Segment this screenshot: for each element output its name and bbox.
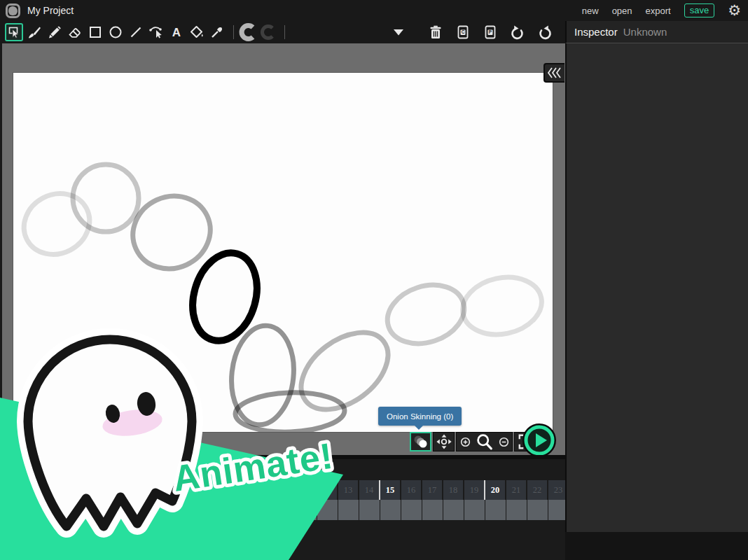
pan-icon [436, 433, 452, 450]
zoom-out-button[interactable] [495, 432, 513, 451]
timeline-frame-number[interactable]: 23 [548, 480, 565, 500]
timeline-frame-cell[interactable] [422, 500, 443, 520]
text-tool-button[interactable]: A [167, 23, 186, 41]
play-icon [522, 423, 557, 458]
timeline-frame-cell[interactable] [254, 500, 275, 520]
timeline-frame-number[interactable]: 13 [338, 480, 358, 500]
timeline-frame-number[interactable]: 21 [506, 480, 526, 500]
timeline-frame-number[interactable]: 6 [191, 480, 211, 500]
app-logo-icon [6, 4, 20, 18]
fill-color-icon [239, 22, 257, 42]
stroke-color-icon [260, 22, 277, 42]
onion-skinning-icon [413, 434, 429, 449]
redo-icon [537, 24, 553, 40]
toolbar-separator [284, 25, 285, 39]
settings-gear-icon[interactable]: ⚙ [728, 4, 741, 18]
timeline-frame-cell[interactable] [443, 500, 464, 520]
eraser-tool-button[interactable] [66, 23, 84, 41]
timeline-frame-number[interactable]: 14 [359, 480, 379, 500]
timeline-frame-cell[interactable] [485, 500, 506, 520]
timeline-frame-number[interactable]: 10 [275, 480, 295, 500]
timeline-frame-cell[interactable] [128, 500, 148, 520]
timeline-frame-number[interactable]: 8 [233, 480, 253, 500]
timeline-frame-cell[interactable] [527, 500, 548, 520]
undo-button[interactable] [508, 23, 527, 41]
timeline-frame-number[interactable]: 17 [422, 480, 442, 500]
onion-skin-drawing [13, 73, 553, 432]
ellipse-tool-button[interactable] [106, 23, 125, 41]
timeline-frame-number[interactable]: 12 [317, 480, 337, 500]
fill-bucket-tool-button[interactable] [188, 23, 206, 41]
text-icon: A [169, 25, 183, 39]
inspector-header: Inspector Unknown [565, 21, 748, 43]
rectangle-tool-button[interactable] [86, 23, 104, 41]
timeline-frame-cell[interactable] [233, 500, 254, 520]
timeline-frame-cell[interactable] [317, 500, 338, 520]
timeline-frame-cell[interactable] [149, 500, 169, 520]
timeline-frame-cell[interactable] [506, 500, 527, 520]
undo-icon [510, 24, 525, 40]
timeline-frame-cell[interactable] [107, 500, 127, 520]
timeline-frame-number[interactable]: 20 [485, 480, 505, 500]
path-cursor-tool-button[interactable] [147, 23, 165, 41]
timeline-frame-cell[interactable] [170, 500, 191, 520]
tooltip-text: Onion Skinning (0) [387, 412, 453, 421]
cursor-tool-button[interactable] [5, 23, 23, 41]
timeline-frame-number[interactable]: 11 [296, 480, 316, 500]
collapse-inspector-button[interactable] [543, 63, 565, 83]
timeline-frame-number[interactable]: 18 [443, 480, 463, 500]
timeline-frame-cell[interactable] [275, 500, 296, 520]
play-button[interactable] [522, 423, 557, 458]
zoom-in-button[interactable] [456, 432, 473, 451]
save-button[interactable]: save [684, 4, 714, 18]
timeline-frame-number[interactable]: 9 [254, 480, 274, 500]
timeline-frame-number[interactable]: 2 [107, 480, 127, 500]
timeline[interactable]: 1234567891011121314151617181920212223 [0, 455, 565, 560]
timeline-frame-number[interactable]: 15 [380, 480, 400, 500]
export-button[interactable]: export [646, 6, 671, 16]
magnifier-icon [476, 433, 493, 451]
line-tool-button[interactable] [127, 23, 145, 41]
timeline-frame-cell[interactable] [359, 500, 380, 520]
stroke-color-preview-button[interactable] [259, 23, 277, 41]
line-icon [129, 25, 143, 39]
delete-button[interactable] [427, 23, 445, 41]
eyedropper-tool-button[interactable] [208, 23, 226, 41]
new-button[interactable]: new [582, 6, 599, 16]
timeline-frame-number[interactable]: 22 [527, 480, 547, 500]
inspector-title: Inspector [574, 26, 618, 38]
open-button[interactable]: open [612, 6, 632, 16]
timeline-frame-number[interactable]: 1 [86, 480, 106, 500]
timeline-frame-number[interactable]: 3 [128, 480, 148, 500]
timeline-frame-number[interactable]: 16 [401, 480, 421, 500]
more-tools-dropdown[interactable] [389, 23, 408, 41]
zoom-tool-button[interactable] [473, 432, 495, 451]
timeline-frame-cell[interactable] [191, 500, 212, 520]
paste-icon: P [483, 24, 497, 40]
timeline-frame-cell[interactable] [548, 500, 565, 520]
timeline-frame-cell[interactable] [212, 500, 233, 520]
fill-color-preview-button[interactable] [239, 23, 257, 41]
timeline-frame-number[interactable]: 5 [170, 480, 190, 500]
drawing-canvas[interactable] [13, 73, 553, 432]
timeline-frame-cell[interactable] [338, 500, 359, 520]
timeline-frame-cell[interactable] [464, 500, 485, 520]
pan-tool-button[interactable] [433, 432, 455, 451]
timeline-frame-cell[interactable] [86, 500, 106, 520]
paste-button[interactable]: P [481, 23, 499, 41]
timeline-frame-cell[interactable] [296, 500, 317, 520]
brush-tool-button[interactable] [25, 23, 43, 41]
eraser-icon [67, 24, 83, 40]
pencil-tool-button[interactable] [46, 23, 64, 41]
redo-button[interactable] [536, 23, 554, 41]
top-bar: My Project new open export save ⚙ [0, 0, 748, 21]
timeline-frame-cell[interactable] [401, 500, 422, 520]
zoom-in-icon [460, 437, 471, 447]
timeline-frame-number[interactable]: 4 [149, 480, 169, 500]
timeline-frame-number[interactable]: 19 [464, 480, 484, 500]
timeline-frame-cell[interactable] [380, 500, 401, 520]
copy-button[interactable]: C [454, 23, 472, 41]
timeline-frame-number[interactable]: 7 [212, 480, 232, 500]
project-title: My Project [27, 5, 74, 16]
onion-skinning-button[interactable] [410, 432, 431, 451]
